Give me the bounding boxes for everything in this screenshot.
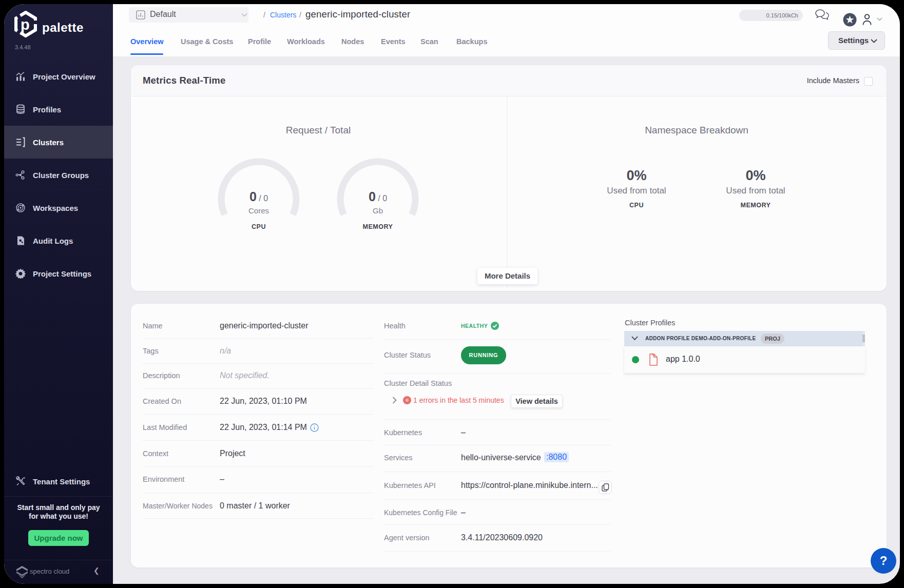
svg-text:p: p (21, 16, 30, 33)
